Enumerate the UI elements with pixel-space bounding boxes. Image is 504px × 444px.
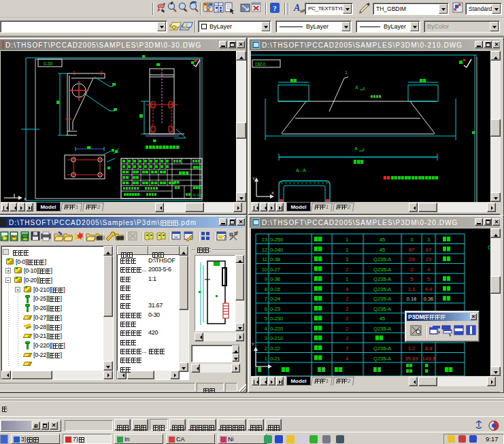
- svg-text:2: 2: [346, 335, 348, 341]
- svg-text:23: 23: [426, 256, 431, 262]
- svg-text:13: 13: [262, 237, 267, 243]
- svg-text:2: 2: [346, 296, 348, 302]
- svg-text:0-220: 0-220: [270, 326, 283, 332]
- svg-text:0-250: 0-250: [270, 237, 283, 243]
- svg-text:2: 2: [410, 267, 413, 273]
- svg-text:5: 5: [265, 315, 267, 322]
- svg-text:143.3: 143.3: [422, 356, 435, 362]
- svg-text:0-15: 0-15: [270, 286, 280, 292]
- svg-text:0-30: 0-30: [193, 193, 202, 197]
- svg-text:11: 11: [262, 256, 267, 262]
- svg-text:2: 2: [346, 267, 348, 273]
- svg-text:Q235-A: Q235-A: [373, 356, 391, 362]
- svg-text:0-38: 0-38: [270, 256, 280, 262]
- svg-text:0-27: 0-27: [270, 267, 280, 273]
- svg-text:?: ?: [273, 4, 277, 12]
- svg-text:8.4: 8.4: [425, 345, 432, 352]
- svg-text:7: 7: [265, 296, 267, 302]
- svg-text:1: 1: [346, 247, 348, 253]
- svg-text:6: 6: [265, 306, 267, 312]
- svg-text:8: 8: [265, 286, 267, 292]
- svg-text:12: 12: [262, 247, 267, 253]
- svg-text:45: 45: [380, 315, 385, 322]
- svg-text:3: 3: [265, 335, 267, 341]
- svg-text:Q235-A: Q235-A: [373, 326, 391, 332]
- svg-text:0-23: 0-23: [270, 306, 280, 312]
- svg-text:0-210: 0-210: [270, 335, 283, 341]
- svg-text:0-240: 0-240: [270, 247, 283, 253]
- svg-text:DIZ-0: DIZ-0: [255, 62, 266, 67]
- svg-text:1.2: 1.2: [408, 345, 415, 352]
- svg-text:Q235-A: Q235-A: [373, 296, 391, 302]
- svg-text:5: 5: [410, 276, 413, 282]
- svg-text:23: 23: [409, 256, 414, 262]
- svg-text:35.83: 35.83: [405, 356, 418, 362]
- svg-text:0.18: 0.18: [407, 296, 417, 302]
- svg-text:0-36: 0-36: [270, 276, 280, 282]
- svg-text:4.4: 4.4: [425, 286, 432, 292]
- svg-text:X: X: [24, 197, 27, 201]
- svg-text:1.1: 1.1: [408, 286, 415, 292]
- svg-text:Q235-A: Q235-A: [373, 286, 391, 292]
- svg-text:2: 2: [346, 306, 348, 312]
- svg-text:2: 2: [346, 326, 348, 332]
- svg-text:1: 1: [346, 237, 348, 243]
- svg-text:A: A: [355, 85, 358, 90]
- svg-text:7: 7: [346, 345, 348, 352]
- svg-text:2: 2: [265, 345, 267, 352]
- svg-text:Q235-A: Q235-A: [373, 267, 391, 273]
- svg-text:0-230: 0-230: [270, 315, 283, 322]
- svg-text:A: A: [293, 3, 300, 13]
- svg-text:4: 4: [346, 286, 348, 292]
- svg-text:A - A: A - A: [296, 168, 306, 173]
- svg-text:5: 5: [427, 276, 430, 282]
- svg-text:10: 10: [262, 267, 267, 273]
- svg-text:3: 3: [427, 237, 430, 243]
- svg-text:1: 1: [345, 70, 348, 75]
- svg-text:4: 4: [346, 356, 348, 362]
- svg-text:2: 2: [346, 315, 348, 322]
- svg-text:Q235-A: Q235-A: [373, 276, 391, 282]
- svg-text:45: 45: [380, 237, 385, 243]
- svg-text:A: A: [354, 146, 358, 151]
- svg-text:1: 1: [346, 276, 348, 282]
- svg-text:0-24: 0-24: [270, 296, 280, 302]
- svg-text:Q235-A: Q235-A: [373, 345, 391, 352]
- svg-text:67: 67: [426, 247, 431, 253]
- svg-text:3: 3: [410, 237, 413, 243]
- svg-text:Y: Y: [252, 177, 255, 181]
- svg-text:0-22: 0-22: [270, 345, 280, 352]
- svg-text:1: 1: [346, 256, 348, 262]
- svg-text:45: 45: [380, 247, 385, 253]
- svg-text:0-30: 0-30: [44, 61, 52, 66]
- svg-text:67: 67: [409, 247, 414, 253]
- svg-text:?: ?: [223, 234, 226, 241]
- svg-text:Q235-A: Q235-A: [373, 256, 391, 262]
- svg-text:4: 4: [265, 326, 267, 332]
- svg-text:Y: Y: [252, 342, 254, 346]
- svg-text:0-21: 0-21: [270, 356, 280, 362]
- svg-text:4: 4: [427, 267, 430, 273]
- svg-text:X: X: [271, 191, 274, 195]
- svg-text:9: 9: [265, 276, 267, 282]
- svg-text:Q235-A: Q235-A: [373, 306, 391, 312]
- svg-text:1: 1: [265, 356, 267, 362]
- svg-text:0.36: 0.36: [424, 296, 434, 302]
